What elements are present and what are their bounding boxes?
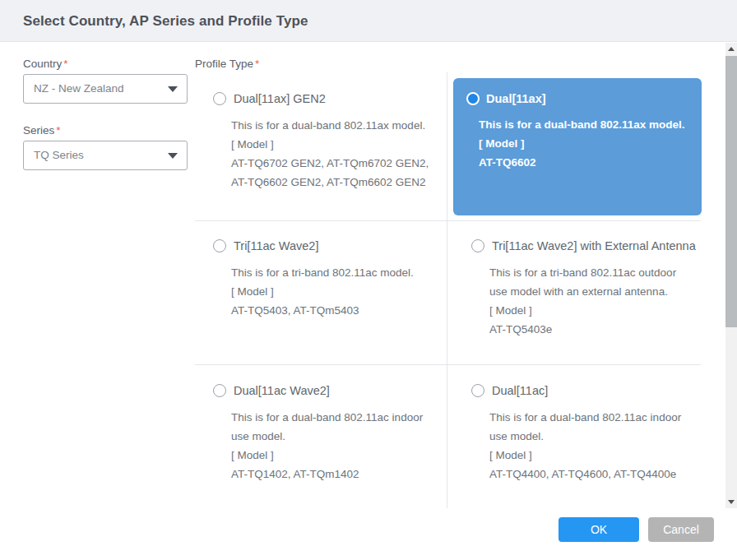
country-label: Country* bbox=[23, 58, 68, 70]
profile-option-dual-11ax-gen2[interactable]: Dual[11ax] GEN2 This is for a dual-band … bbox=[195, 72, 447, 220]
cancel-button[interactable]: Cancel bbox=[648, 517, 714, 542]
profile-option-title: Dual[11ac Wave2] bbox=[234, 384, 330, 397]
profile-option-title: Tri[11ac Wave2] with External Antenna bbox=[492, 239, 696, 252]
profile-option-description: This is for a dual-band 802.11ac indoor … bbox=[489, 408, 701, 484]
country-select-value: NZ - New Zealand bbox=[34, 75, 124, 103]
dialog-header: Select Country, AP Series and Profile Ty… bbox=[0, 0, 737, 42]
scroll-down-button[interactable] bbox=[725, 495, 737, 508]
profile-option-title: Dual[11ac] bbox=[492, 384, 548, 397]
select-profile-dialog: Select Country, AP Series and Profile Ty… bbox=[0, 0, 737, 560]
scroll-up-icon bbox=[728, 47, 735, 51]
profile-option-dual-11ax-selected[interactable]: Dual[11ax] This is for a dual-band 802.1… bbox=[453, 78, 702, 215]
profile-option-description: This is for a dual-band 802.11ac indoor … bbox=[231, 408, 447, 484]
country-select[interactable]: NZ - New Zealand bbox=[23, 74, 188, 104]
chevron-down-icon bbox=[168, 153, 178, 159]
profile-option-cell: Dual[11ax] This is for a dual-band 802.1… bbox=[447, 72, 701, 220]
series-select-value: TQ Series bbox=[34, 141, 84, 169]
profile-option-dual-11ac-wave2[interactable]: Dual[11ac Wave2] This is for a dual-band… bbox=[195, 364, 447, 508]
scroll-down-icon bbox=[728, 500, 735, 504]
ok-button[interactable]: OK bbox=[559, 517, 639, 542]
profile-option-title: Dual[11ax] GEN2 bbox=[234, 92, 326, 105]
profile-option-description: This is for a dual-band 802.11ax model. … bbox=[231, 116, 447, 192]
profile-type-label: Profile Type* bbox=[195, 58, 259, 70]
radio-selected-icon[interactable] bbox=[466, 92, 480, 105]
radio-unselected-icon[interactable] bbox=[213, 92, 226, 105]
radio-unselected-icon[interactable] bbox=[213, 239, 226, 252]
vertical-scrollbar[interactable] bbox=[725, 43, 737, 508]
required-asterisk: * bbox=[56, 124, 60, 137]
radio-unselected-icon[interactable] bbox=[471, 384, 484, 397]
chevron-down-icon bbox=[168, 86, 178, 92]
scrollbar-thumb[interactable] bbox=[725, 56, 737, 327]
profile-option-title: Tri[11ac Wave2] bbox=[234, 239, 318, 252]
profile-option-description: This is for a dual-band 802.11ax model. … bbox=[479, 115, 702, 172]
required-asterisk: * bbox=[255, 58, 259, 70]
required-asterisk: * bbox=[63, 58, 67, 70]
scroll-up-button[interactable] bbox=[725, 43, 737, 56]
profile-option-tri-11ac-wave2[interactable]: Tri[11ac Wave2] This is for a tri-band 8… bbox=[195, 220, 447, 364]
dialog-title: Select Country, AP Series and Profile Ty… bbox=[23, 0, 308, 42]
profile-option-title: Dual[11ax] bbox=[486, 92, 546, 105]
series-label: Series* bbox=[23, 124, 61, 137]
profile-option-description: This is for a tri-band 802.11ac outdoor … bbox=[489, 263, 701, 339]
radio-unselected-icon[interactable] bbox=[213, 384, 226, 397]
profile-option-description: This is for a tri-band 802.11ac model. [… bbox=[231, 263, 447, 320]
profile-options-grid: Dual[11ax] GEN2 This is for a dual-band … bbox=[195, 72, 701, 508]
radio-unselected-icon[interactable] bbox=[471, 239, 484, 252]
profile-option-tri-11ac-wave2-external-antenna[interactable]: Tri[11ac Wave2] with External Antenna Th… bbox=[447, 220, 701, 364]
series-select[interactable]: TQ Series bbox=[23, 141, 188, 170]
profile-option-dual-11ac[interactable]: Dual[11ac] This is for a dual-band 802.1… bbox=[447, 364, 701, 508]
